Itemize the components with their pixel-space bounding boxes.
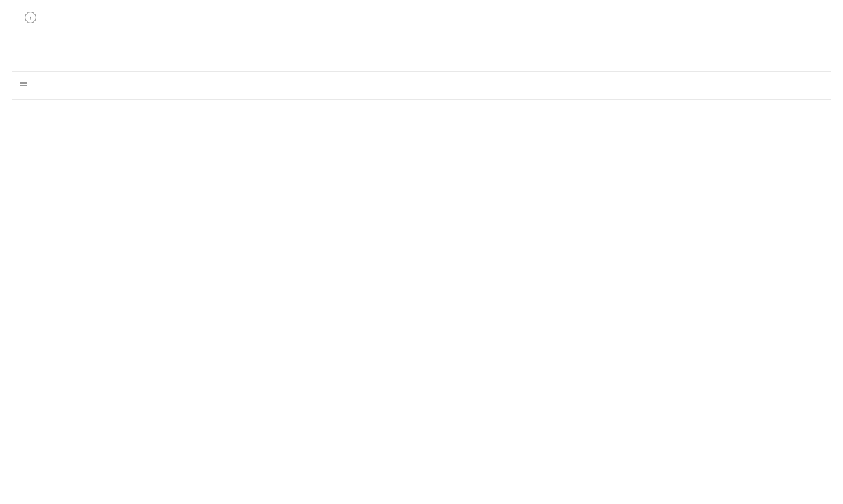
info-icon[interactable]: i: [25, 12, 36, 23]
breadcrumb: i: [12, 6, 831, 39]
empty-widget-row: [12, 71, 831, 100]
drag-handle-icon[interactable]: [20, 82, 27, 89]
